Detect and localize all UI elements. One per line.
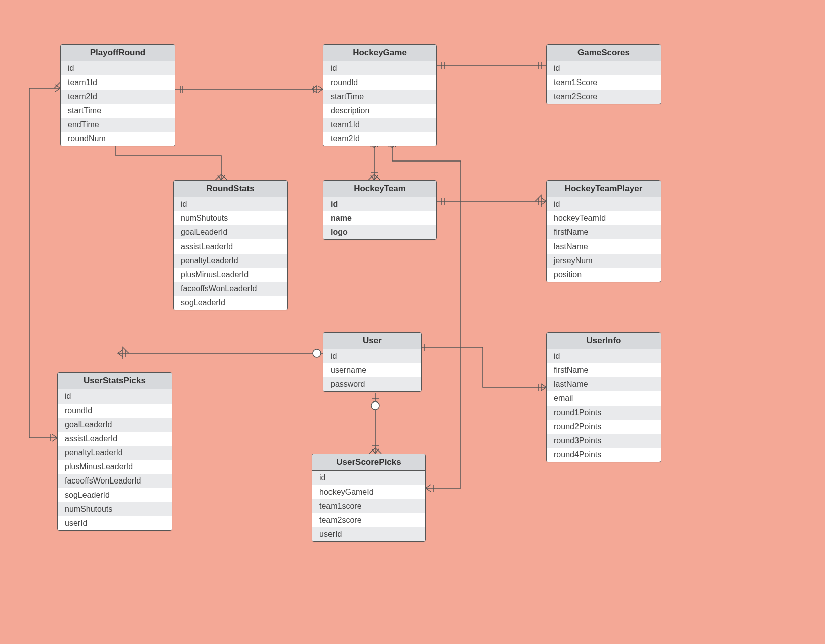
field-row: jerseyNum	[547, 254, 661, 268]
field-row: round4Points	[547, 448, 661, 462]
field-row: roundNum	[61, 132, 175, 146]
entity-header: PlayoffRound	[61, 45, 175, 61]
entity-playoff-round[interactable]: PlayoffRound id team1Id team2Id startTim…	[60, 44, 175, 146]
field-row: userId	[312, 527, 425, 541]
entity-user-score-picks[interactable]: UserScorePicks id hockeyGameId team1scor…	[312, 454, 426, 542]
field-row: username	[323, 363, 421, 377]
field-row: roundId	[58, 404, 172, 418]
field-row: id	[58, 389, 172, 404]
field-row: id	[547, 197, 661, 211]
field-row: password	[323, 377, 421, 391]
field-row: penaltyLeaderId	[174, 254, 287, 268]
entity-header: RoundStats	[174, 181, 287, 197]
field-row: team2Id	[61, 90, 175, 104]
field-row: startTime	[61, 104, 175, 118]
entity-round-stats[interactable]: RoundStats id numShutouts goalLeaderId a…	[173, 180, 288, 310]
field-row: team1score	[312, 499, 425, 513]
entity-user-stats-picks[interactable]: UserStatsPicks id roundId goalLeaderId a…	[57, 372, 172, 531]
entity-header: UserInfo	[547, 333, 661, 349]
field-row: lastName	[547, 377, 661, 391]
entity-fields: id hockeyTeamId firstName lastName jerse…	[547, 197, 661, 282]
entity-user[interactable]: User id username password	[323, 332, 422, 392]
field-row: firstName	[547, 363, 661, 377]
field-row: lastName	[547, 239, 661, 254]
field-row: logo	[323, 225, 436, 239]
field-row: roundId	[323, 75, 436, 90]
entity-fields: id numShutouts goalLeaderId assistLeader…	[174, 197, 287, 310]
field-row: team2score	[312, 513, 425, 527]
er-diagram-canvas: PlayoffRound id team1Id team2Id startTim…	[0, 0, 825, 644]
field-row: round1Points	[547, 406, 661, 420]
field-row: id	[547, 61, 661, 75]
field-row: firstName	[547, 225, 661, 239]
field-row: id	[174, 197, 287, 211]
field-row: id	[312, 471, 425, 485]
entity-fields: id roundId startTime description team1Id…	[323, 61, 436, 146]
field-row: assistLeaderId	[58, 432, 172, 446]
entity-fields: id team1Score team2Score	[547, 61, 661, 104]
field-row: team1Id	[323, 118, 436, 132]
svg-point-17	[313, 349, 321, 357]
field-row: id	[323, 61, 436, 75]
field-row: team1Score	[547, 75, 661, 90]
field-row: id	[547, 349, 661, 363]
entity-header: User	[323, 333, 421, 349]
entity-fields: id username password	[323, 349, 421, 391]
field-row: plusMinusLeaderId	[58, 460, 172, 474]
entity-header: UserStatsPicks	[58, 373, 172, 389]
entity-fields: id team1Id team2Id startTime endTime rou…	[61, 61, 175, 146]
field-row: position	[547, 268, 661, 282]
entity-fields: id firstName lastName email round1Points…	[547, 349, 661, 462]
field-row: description	[323, 104, 436, 118]
field-row: goalLeaderId	[58, 418, 172, 432]
entity-header: HockeyTeam	[323, 181, 436, 197]
field-row: id	[323, 197, 436, 211]
entity-user-info[interactable]: UserInfo id firstName lastName email rou…	[546, 332, 661, 462]
field-row: email	[547, 391, 661, 406]
field-row: startTime	[323, 90, 436, 104]
field-row: team2Id	[323, 132, 436, 146]
field-row: name	[323, 211, 436, 225]
field-row: sogLeaderId	[58, 488, 172, 502]
field-row: round3Points	[547, 434, 661, 448]
field-row: goalLeaderId	[174, 225, 287, 239]
entity-game-scores[interactable]: GameScores id team1Score team2Score	[546, 44, 661, 104]
field-row: round2Points	[547, 420, 661, 434]
svg-point-22	[371, 401, 379, 410]
field-row: team1Id	[61, 75, 175, 90]
entity-hockey-team[interactable]: HockeyTeam id name logo	[323, 180, 437, 240]
entity-header: UserScorePicks	[312, 454, 425, 471]
field-row: hockeyGameId	[312, 485, 425, 499]
field-row: plusMinusLeaderId	[174, 268, 287, 282]
field-row: userId	[58, 516, 172, 530]
field-row: faceoffsWonLeaderId	[174, 282, 287, 296]
field-row: numShutouts	[58, 502, 172, 516]
entity-fields: id name logo	[323, 197, 436, 239]
field-row: sogLeaderId	[174, 296, 287, 310]
entity-fields: id hockeyGameId team1score team2score us…	[312, 471, 425, 541]
field-row: id	[323, 349, 421, 363]
entity-header: GameScores	[547, 45, 661, 61]
entity-hockey-game[interactable]: HockeyGame id roundId startTime descript…	[323, 44, 437, 146]
field-row: numShutouts	[174, 211, 287, 225]
field-row: faceoffsWonLeaderId	[58, 474, 172, 488]
field-row: team2Score	[547, 90, 661, 104]
entity-header: HockeyTeamPlayer	[547, 181, 661, 197]
entity-header: HockeyGame	[323, 45, 436, 61]
entity-hockey-team-player[interactable]: HockeyTeamPlayer id hockeyTeamId firstNa…	[546, 180, 661, 282]
entity-fields: id roundId goalLeaderId assistLeaderId p…	[58, 389, 172, 530]
field-row: assistLeaderId	[174, 239, 287, 254]
field-row: id	[61, 61, 175, 75]
field-row: penaltyLeaderId	[58, 446, 172, 460]
field-row: endTime	[61, 118, 175, 132]
field-row: hockeyTeamId	[547, 211, 661, 225]
